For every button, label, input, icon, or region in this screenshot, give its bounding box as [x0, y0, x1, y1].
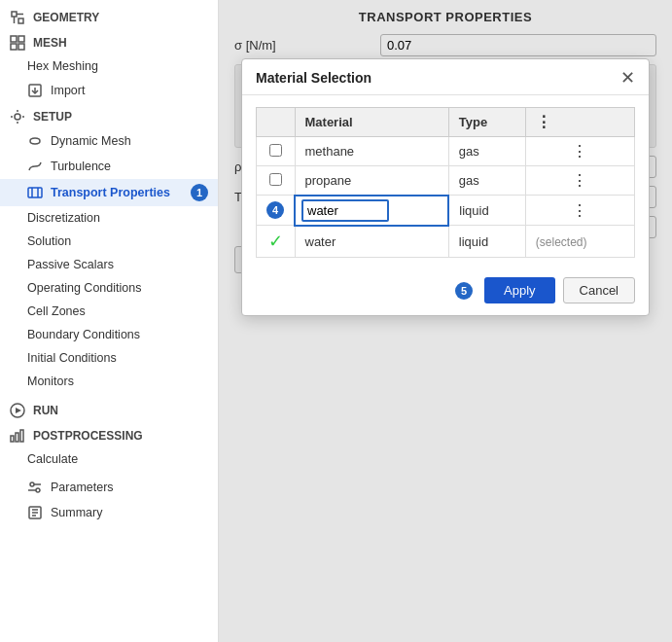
transport-badge: 1 — [191, 184, 208, 201]
sidebar: GEOMETRY MESH Hex Meshing Import SETUP D… — [0, 0, 219, 642]
modal-title: Material Selection — [256, 70, 371, 86]
sidebar-item-hex-meshing[interactable]: Hex Meshing — [0, 54, 218, 78]
parameters-icon — [27, 480, 43, 495]
sidebar-item-transport-properties[interactable]: Transport Properties 1 — [0, 179, 218, 206]
row-water-edit-menu[interactable]: ⋮ — [525, 196, 634, 226]
sidebar-item-initial-conditions[interactable]: Initial Conditions — [0, 346, 218, 370]
selected-label: (selected) — [536, 235, 587, 249]
main-content: TRANSPORT PROPERTIES σ [N/m] 2 Phases wa… — [219, 0, 672, 642]
sidebar-label-initial-conditions: Initial Conditions — [27, 351, 117, 365]
sidebar-label-turbulence: Turbulence — [51, 160, 111, 173]
svg-point-20 — [36, 488, 40, 492]
sidebar-label-passive-scalars: Passive Scalars — [27, 258, 114, 271]
row-water-edit-badge-cell: 4 — [257, 196, 296, 226]
svg-rect-6 — [11, 44, 17, 50]
modal-footer: 5 Apply Cancel — [242, 269, 649, 315]
modal-header: Material Selection ✕ — [242, 59, 649, 95]
svg-marker-15 — [16, 408, 21, 413]
sidebar-section-postprocessing[interactable]: POSTPROCESSING — [0, 422, 218, 447]
sidebar-section-setup[interactable]: SETUP — [0, 103, 218, 128]
sidebar-label-summary: Summary — [51, 506, 102, 519]
row-water-confirmed-check-cell: ✓ — [257, 226, 296, 258]
col-header-checkbox — [257, 108, 296, 137]
svg-point-19 — [30, 482, 34, 486]
row-methane-checkbox[interactable] — [269, 144, 282, 157]
svg-rect-18 — [20, 430, 23, 442]
sidebar-label-postprocessing: POSTPROCESSING — [33, 429, 143, 443]
row-methane-menu[interactable]: ⋮ — [525, 137, 634, 166]
sidebar-label-mesh: MESH — [33, 36, 67, 50]
water-material-input[interactable] — [301, 199, 389, 222]
col-header-material: Material — [295, 108, 448, 137]
apply-button[interactable]: Apply — [484, 277, 555, 303]
sidebar-item-operating-conditions[interactable]: Operating Conditions — [0, 276, 218, 300]
sidebar-item-summary[interactable]: Summary — [0, 500, 218, 525]
sidebar-item-boundary-conditions[interactable]: Boundary Conditions — [0, 323, 218, 346]
sidebar-item-solution[interactable]: Solution — [0, 230, 218, 253]
row-water-edit-material-cell — [295, 196, 448, 226]
sidebar-label-solution: Solution — [27, 234, 71, 248]
row-water-confirmed-material: water — [295, 226, 448, 258]
row-methane-checkbox-cell — [257, 137, 296, 166]
table-row: propane gas ⋮ — [257, 166, 635, 196]
svg-rect-17 — [16, 433, 18, 442]
svg-rect-5 — [18, 36, 24, 42]
table-header-row: Material Type ⋮ — [257, 108, 635, 137]
svg-rect-0 — [12, 12, 17, 17]
geometry-icon — [10, 10, 25, 25]
row-propane-material: propane — [295, 166, 448, 196]
dynamic-mesh-icon — [27, 133, 43, 149]
row-propane-checkbox[interactable] — [269, 173, 282, 186]
water-row-badge: 4 — [266, 201, 284, 219]
footer-badge: 5 — [455, 282, 473, 300]
setup-icon — [10, 109, 25, 125]
svg-rect-11 — [28, 188, 42, 197]
sidebar-item-monitors[interactable]: Monitors — [0, 370, 218, 393]
table-row: 4 liquid ⋮ — [257, 196, 635, 226]
sidebar-item-cell-zones[interactable]: Cell Zones — [0, 300, 218, 323]
material-selection-modal: Material Selection ✕ Material Type ⋮ — [241, 58, 650, 316]
sidebar-label-hex-meshing: Hex Meshing — [27, 59, 98, 73]
svg-rect-7 — [18, 44, 24, 50]
sidebar-item-turbulence[interactable]: Turbulence — [0, 154, 218, 179]
row-propane-type: gas — [448, 166, 525, 196]
import-icon — [27, 83, 43, 98]
sidebar-section-geometry[interactable]: GEOMETRY — [0, 4, 218, 29]
modal-body: Material Type ⋮ methane gas — [242, 95, 649, 269]
sidebar-label-discretization: Discretization — [27, 211, 100, 225]
sidebar-label-calculate: Calculate — [27, 452, 78, 466]
sidebar-item-discretization[interactable]: Discretization — [0, 206, 218, 230]
turbulence-icon — [27, 159, 43, 174]
sidebar-label-geometry: GEOMETRY — [33, 11, 99, 24]
sidebar-label-run: RUN — [33, 404, 58, 417]
sidebar-item-dynamic-mesh[interactable]: Dynamic Mesh — [0, 128, 218, 154]
row-water-edit-type: liquid — [448, 196, 525, 226]
sidebar-label-cell-zones: Cell Zones — [27, 304, 86, 318]
sidebar-item-passive-scalars[interactable]: Passive Scalars — [0, 253, 218, 276]
col-header-type: Type — [448, 108, 525, 137]
sidebar-section-run[interactable]: RUN — [0, 397, 218, 422]
row-water-confirmed-selected: (selected) — [525, 226, 634, 258]
summary-icon — [27, 505, 43, 520]
sidebar-label-parameters: Parameters — [51, 481, 114, 494]
svg-point-10 — [15, 114, 20, 120]
sidebar-label-dynamic-mesh: Dynamic Mesh — [51, 134, 131, 148]
material-table: Material Type ⋮ methane gas — [256, 107, 635, 258]
sidebar-label-import: Import — [51, 84, 85, 97]
row-propane-menu[interactable]: ⋮ — [525, 166, 634, 196]
sidebar-label-setup: SETUP — [33, 110, 72, 124]
sidebar-item-import[interactable]: Import — [0, 78, 218, 103]
sidebar-item-calculate[interactable]: Calculate — [0, 447, 218, 471]
sidebar-label-operating-conditions: Operating Conditions — [27, 281, 141, 295]
sidebar-item-parameters[interactable]: Parameters — [0, 475, 218, 500]
table-row: ✓ water liquid (selected) — [257, 226, 635, 258]
water-confirmed-checkmark: ✓ — [268, 232, 283, 251]
svg-rect-16 — [11, 436, 14, 442]
sidebar-section-mesh[interactable]: MESH — [0, 29, 218, 54]
col-header-menu: ⋮ — [525, 108, 634, 137]
row-methane-material: methane — [295, 137, 448, 166]
row-propane-checkbox-cell — [257, 166, 296, 196]
cancel-button[interactable]: Cancel — [563, 277, 635, 303]
modal-close-button[interactable]: ✕ — [620, 69, 635, 87]
table-row: methane gas ⋮ — [257, 137, 635, 166]
